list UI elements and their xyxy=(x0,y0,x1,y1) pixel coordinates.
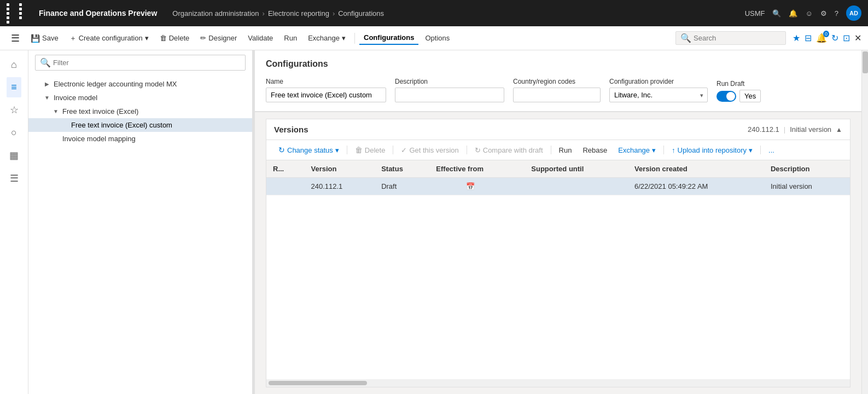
smiley-icon[interactable]: ☺ xyxy=(805,9,812,18)
country-input[interactable] xyxy=(513,88,601,102)
change-status-icon: ↻ xyxy=(278,146,285,154)
upload-dropdown-icon: ▾ xyxy=(749,146,753,154)
cell-supported-until xyxy=(525,178,628,195)
run-draft-toggle[interactable] xyxy=(716,91,736,102)
versions-run-button[interactable]: Run xyxy=(555,144,576,157)
hamburger-button[interactable]: ☰ xyxy=(7,30,24,47)
change-status-dropdown-icon: ▾ xyxy=(335,146,339,154)
provider-select-wrap[interactable]: Litware, Inc. xyxy=(609,88,708,102)
versions-title: Versions xyxy=(274,125,748,134)
col-status: Status xyxy=(375,160,429,178)
compare-with-draft-button[interactable]: ↻ Compare with draft xyxy=(470,144,547,157)
designer-button[interactable]: ✏ Designer xyxy=(196,32,241,44)
filter-search-icon: 🔍 xyxy=(40,57,51,68)
cell-status: Draft xyxy=(375,178,429,195)
rebase-button[interactable]: Rebase xyxy=(578,144,611,157)
run-draft-value: Yes xyxy=(739,90,761,102)
description-field: Description xyxy=(395,78,504,102)
country-field: Country/region codes xyxy=(513,78,601,102)
versions-delete-button[interactable]: 🗑 Delete xyxy=(351,143,390,157)
name-input[interactable] xyxy=(266,88,386,102)
toggle-knob xyxy=(726,92,735,101)
tree-item-invoice-model-mapping[interactable]: Invoice model mapping xyxy=(28,132,252,146)
version-label: Initial version xyxy=(790,125,831,134)
refresh-icon[interactable]: ↻ xyxy=(831,33,838,43)
settings-icon[interactable]: ⚙ xyxy=(820,9,827,18)
table-row[interactable]: 240.112.1 Draft 📅 6/22/2021 05:49:22 AM … xyxy=(266,178,850,195)
tree-item-electronic-ledger[interactable]: ▶ Electronic ledger accounting model MX xyxy=(28,77,252,91)
versions-table: R... Version Status Effective from Suppo… xyxy=(266,160,850,195)
search-input[interactable] xyxy=(694,34,781,42)
top-nav-right: USMF 🔍 🔔 ☺ ⚙ ? AD xyxy=(745,5,861,21)
change-status-button[interactable]: ↻ Change status ▾ xyxy=(274,143,343,157)
open-new-icon[interactable]: ⊡ xyxy=(843,33,850,43)
star-icon[interactable]: ★ xyxy=(793,33,800,43)
tree-filter[interactable]: 🔍 xyxy=(35,55,246,71)
expand-icon: ▶ xyxy=(44,81,50,87)
tree-item-free-text-excel-custom[interactable]: Free text invoice (Excel) custom xyxy=(28,118,252,132)
run-draft-label: Run Draft xyxy=(716,80,761,88)
badge-icon[interactable]: 🔔0 xyxy=(816,33,827,43)
toolbar-separator xyxy=(354,33,355,44)
app-grid-button[interactable] xyxy=(7,3,30,24)
name-field: Name xyxy=(266,78,386,102)
versions-header: Versions 240.112.1 | Initial version ▲ xyxy=(266,119,850,140)
versions-collapse-icon[interactable]: ▲ xyxy=(836,126,842,134)
menu-icon[interactable]: ☰ xyxy=(5,168,23,189)
vt-sep-4 xyxy=(551,146,551,154)
home-icon[interactable]: ⌂ xyxy=(7,55,21,75)
get-this-version-button[interactable]: ✓ Get this version xyxy=(397,144,463,157)
run-draft-field: Run Draft Yes xyxy=(716,80,761,102)
close-icon[interactable]: ✕ xyxy=(854,33,861,43)
main-content: Configurations Name Description Country/… xyxy=(255,50,861,394)
vt-sep-3 xyxy=(467,146,467,154)
tree-item-label: Free text invoice (Excel) custom xyxy=(71,121,246,129)
expand-icon: ▼ xyxy=(53,108,59,114)
breadcrumb-org[interactable]: Organization administration xyxy=(172,9,259,18)
exchange-dropdown-icon: ▾ xyxy=(342,34,346,42)
breadcrumb-er[interactable]: Electronic reporting xyxy=(268,9,329,18)
tree-item-invoice-model[interactable]: ▼ Invoice model xyxy=(28,91,252,105)
run-toolbar-button[interactable]: Run xyxy=(279,32,301,44)
tree-item-label: Free text invoice (Excel) xyxy=(62,107,246,115)
config-section: Configurations Name Description Country/… xyxy=(255,50,861,112)
clock-icon[interactable]: ○ xyxy=(7,123,21,143)
breadcrumb-config[interactable]: Configurations xyxy=(338,9,384,18)
search-icon[interactable]: 🔍 xyxy=(772,9,781,18)
help-icon[interactable]: ? xyxy=(835,9,838,18)
save-button[interactable]: 💾 Save xyxy=(26,32,63,45)
filter-input[interactable] xyxy=(53,59,241,67)
upload-into-repository-button[interactable]: ↑ Upload into repository ▾ xyxy=(667,144,757,157)
exchange-button[interactable]: Exchange ▾ xyxy=(304,32,350,44)
list-icon[interactable]: ≡ xyxy=(7,77,21,97)
versions-more-button[interactable]: ... xyxy=(764,144,779,157)
validate-button[interactable]: Validate xyxy=(243,32,277,44)
toolbar-search[interactable]: 🔍 xyxy=(675,31,786,45)
horizontal-scrollbar[interactable] xyxy=(266,379,850,387)
versions-exchange-button[interactable]: Exchange ▾ xyxy=(614,144,660,157)
versions-section: Versions 240.112.1 | Initial version ▲ ↻… xyxy=(266,119,850,387)
configurations-tab[interactable]: Configurations xyxy=(359,31,418,45)
grid-sidebar-icon[interactable]: ▦ xyxy=(5,145,23,166)
calendar-icon[interactable]: 📅 xyxy=(466,182,475,190)
create-configuration-button[interactable]: ＋ Create configuration ▾ xyxy=(65,31,153,45)
breadcrumb: Organization administration › Electronic… xyxy=(172,9,740,18)
description-input[interactable] xyxy=(395,88,504,102)
scrollbar-thumb-vert[interactable] xyxy=(863,51,868,73)
star-sidebar-icon[interactable]: ☆ xyxy=(5,100,23,120)
vertical-scrollbar[interactable] xyxy=(861,50,868,394)
scrollbar-thumb[interactable] xyxy=(269,381,367,385)
col-effective-from: Effective from xyxy=(429,160,525,178)
vt-sep-5 xyxy=(663,146,664,154)
bell-icon[interactable]: 🔔 xyxy=(789,9,797,18)
col-version-created: Version created xyxy=(628,160,764,178)
options-tab[interactable]: Options xyxy=(421,32,454,44)
expand-icon: ▼ xyxy=(44,95,50,101)
filter-icon[interactable]: ⊟ xyxy=(805,33,812,43)
versions-toolbar: ↻ Change status ▾ 🗑 Delete ✓ Get this ve… xyxy=(266,140,850,160)
description-label: Description xyxy=(395,78,504,85)
provider-select[interactable]: Litware, Inc. xyxy=(609,88,708,102)
tree-item-free-text-excel[interactable]: ▼ Free text invoice (Excel) xyxy=(28,105,252,118)
avatar[interactable]: AD xyxy=(846,5,861,21)
delete-button[interactable]: 🗑 Delete xyxy=(155,32,194,44)
